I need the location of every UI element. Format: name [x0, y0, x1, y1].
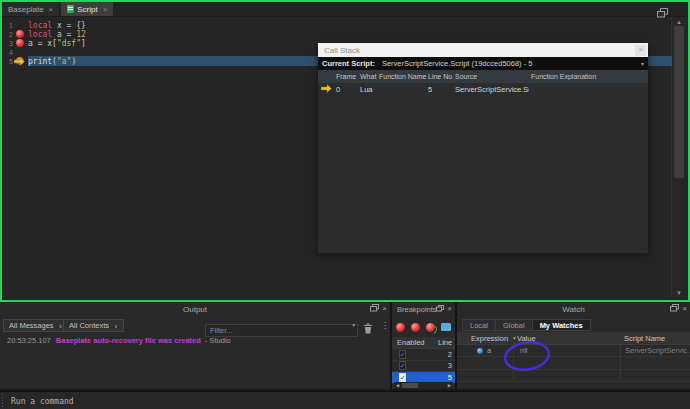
code-line[interactable]: 2local a = 12 [2, 30, 672, 39]
code-token: x = {} [52, 21, 86, 30]
tab-script[interactable]: Script× [61, 2, 113, 16]
hscrollbar-thumb[interactable] [402, 383, 418, 388]
value-cell [513, 357, 620, 368]
code-token: local [28, 21, 52, 30]
float-panel-icon[interactable] [670, 304, 679, 314]
breakpoint-marker-icon[interactable] [16, 39, 24, 47]
float-panel-icon[interactable] [436, 305, 444, 314]
checkbox[interactable]: ✓ [399, 373, 406, 382]
scroll-up-icon[interactable]: ▲ [672, 18, 686, 26]
col-what: What [358, 73, 377, 80]
code-token: a = x[ [28, 39, 57, 48]
watch-tabs: LocalGlobalMy Watches [462, 319, 590, 331]
script-icon [67, 5, 74, 13]
chevron-down-icon[interactable]: ▾ [352, 322, 355, 328]
close-icon[interactable]: × [447, 304, 452, 314]
command-input[interactable] [9, 393, 673, 409]
menu-icon[interactable]: ⋮ [381, 320, 389, 331]
messages-filter-dropdown[interactable]: All Messages ∨ [3, 319, 69, 332]
call-stack-title: Call Stack [324, 46, 360, 55]
output-log[interactable]: 20:53:25.107Baseplate auto-recovery file… [0, 336, 390, 346]
line-number: 1 [2, 21, 13, 30]
col-script-name[interactable]: Script Name [620, 334, 690, 343]
close-icon[interactable]: × [635, 45, 646, 56]
scroll-right-icon[interactable]: ▶ [446, 382, 453, 389]
expression-cell [463, 370, 513, 381]
call-stack-titlebar[interactable]: Call Stack × [318, 43, 648, 57]
code-line[interactable]: 1local x = {} [2, 21, 672, 30]
breakpoints-titlebar[interactable]: Breakpoints × [392, 302, 455, 317]
line-cell: 3 [438, 361, 455, 370]
checkbox[interactable]: ✓ [399, 350, 406, 359]
command-bar [0, 391, 690, 409]
line-cell: 2 [438, 350, 455, 359]
call-stack-rows: 0Lua5ServerScriptService.Script [318, 83, 648, 96]
checkbox[interactable]: ✓ [399, 361, 406, 370]
close-icon[interactable]: × [382, 304, 387, 314]
log-entry[interactable]: 20:53:25.107Baseplate auto-recovery file… [0, 336, 390, 346]
delete-breakpoint-icon[interactable] [396, 323, 405, 332]
chevron-down-icon[interactable]: ▾ [641, 60, 644, 67]
tab-close-icon[interactable]: × [103, 5, 108, 14]
editor-scrollbar[interactable]: ▲ ▼ [671, 17, 686, 298]
watch-row-empty[interactable] [457, 357, 690, 369]
breakpoint-row[interactable]: ✓3 [392, 361, 455, 373]
breakpoint-gutter[interactable] [13, 30, 28, 39]
breakpoint-gutter[interactable] [13, 21, 28, 30]
code-token: local [28, 30, 52, 39]
watch-row[interactable]: anilServerScriptServic... [457, 345, 690, 357]
script-name-cell [620, 370, 690, 381]
log-message: Baseplate auto-recovery file was created [56, 336, 201, 345]
close-icon[interactable]: × [682, 304, 687, 314]
col-line: Line [438, 338, 455, 347]
code-token: a = [52, 30, 76, 39]
breakpoint-gutter[interactable] [13, 39, 28, 48]
scroll-left-icon[interactable]: ◀ [394, 382, 401, 389]
col-expression[interactable]: Expression ▼ [463, 334, 513, 343]
code-token: ] [81, 39, 86, 48]
delete-all-breakpoints-icon[interactable] [411, 323, 420, 332]
code-token: ) [71, 57, 76, 66]
output-titlebar[interactable]: Output × [0, 302, 390, 317]
enable-disable-breakpoints-icon[interactable] [426, 323, 435, 332]
code-token: 12 [76, 30, 86, 39]
scroll-down-icon[interactable]: ▼ [672, 289, 686, 297]
current-script-dropdown[interactable]: Current Script: ServerScriptService.Scri… [318, 57, 648, 70]
output-toolbar: All Messages ∨ All Contexts ∨ ▾ ⋮ [0, 319, 390, 334]
col-function-explanation: Function Explanation [529, 73, 648, 80]
tab-close-icon[interactable]: × [49, 5, 54, 14]
tab-global[interactable]: Global [495, 319, 533, 331]
chevron-down-icon: ∨ [114, 323, 118, 329]
contexts-filter-dropdown[interactable]: All Contexts ∨ [63, 319, 124, 332]
log-timestamp: 20:53:25.107 [7, 336, 51, 345]
watch-titlebar[interactable]: Watch × [457, 302, 690, 317]
float-window-icon[interactable] [657, 4, 668, 22]
tab-my-watches[interactable]: My Watches [532, 319, 591, 331]
current-line-arrow-icon [14, 57, 25, 68]
watch-table: Expression ▼ Value Script Name anilServe… [457, 332, 690, 382]
drag-handle[interactable] [2, 394, 3, 408]
tab-local[interactable]: Local [462, 319, 496, 331]
code-text: print("a") [28, 57, 76, 66]
roblox-studio-window: Baseplate×Script× 1local x = {}2local a … [0, 0, 690, 409]
col-value[interactable]: Value [513, 334, 620, 343]
editor-tabbar: Baseplate×Script× [2, 2, 688, 17]
current-script-value: ServerScriptService.Script (19dcced5068)… [382, 59, 532, 68]
breakpoints-hscrollbar[interactable]: ◀ ▶ [394, 382, 453, 389]
call-stack-row[interactable]: 0Lua5ServerScriptService.Script [318, 83, 648, 96]
watch-row-empty[interactable] [457, 370, 690, 382]
expression-cell: a [463, 345, 513, 356]
code-token: "a" [57, 57, 71, 66]
float-panel-icon[interactable] [370, 304, 379, 314]
open-script-icon[interactable] [441, 323, 451, 331]
breakpoints-header: Enabled Line [392, 337, 455, 349]
breakpoint-gutter[interactable] [13, 48, 28, 57]
scrollbar-thumb[interactable] [674, 26, 684, 178]
bottom-dock: Output × All Messages ∨ All Contexts ∨ ▾ [0, 302, 690, 389]
breakpoint-row[interactable]: ✓2 [392, 349, 455, 361]
tab-baseplate[interactable]: Baseplate× [2, 2, 59, 16]
breakpoint-gutter[interactable] [13, 57, 28, 66]
line-cell: 5 [438, 373, 455, 382]
breakpoints-title: Breakpoints [397, 305, 437, 314]
breakpoint-marker-icon[interactable] [16, 30, 24, 38]
